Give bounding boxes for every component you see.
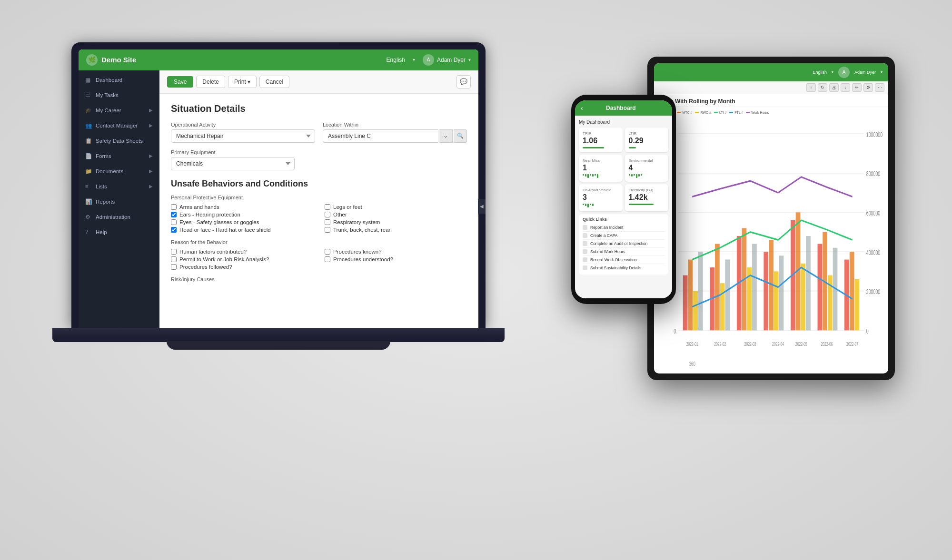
ppe-arms-label: Arms and hands xyxy=(179,204,219,210)
legend-ftl: FTL # xyxy=(729,111,743,114)
svg-rect-25 xyxy=(725,259,730,330)
sidebar-item-my-career[interactable]: 🎓 My Career ▶ xyxy=(79,103,159,118)
delete-button[interactable]: Delete xyxy=(196,76,225,88)
reason-human-checkbox[interactable] xyxy=(171,249,177,255)
sidebar-label-dashboard: Dashboard xyxy=(96,77,122,83)
header-language[interactable]: English xyxy=(387,57,405,63)
sidebar-item-contact-manager[interactable]: 👥 Contact Manager ▶ xyxy=(79,118,159,133)
svg-text:2022-02: 2022-02 xyxy=(714,341,726,347)
tablet-more-btn[interactable]: ⋯ xyxy=(875,83,884,92)
quick-link-incident[interactable]: Report an Incident xyxy=(583,224,664,232)
reason-followed-label: Procedures followed? xyxy=(179,264,232,270)
svg-rect-20 xyxy=(693,291,698,330)
section-title: Situation Details xyxy=(171,103,467,114)
sidebar-item-safety-data[interactable]: 📋 Safety Data Sheets xyxy=(79,133,159,148)
tablet-language[interactable]: English xyxy=(813,70,827,75)
reason-procedures-known: Procedures known? xyxy=(325,249,467,255)
operational-activity-select[interactable]: Mechanical Repair xyxy=(171,129,315,143)
tablet-upload-btn[interactable]: ↑ xyxy=(806,83,816,92)
ppe-respiratory-checkbox[interactable] xyxy=(325,219,330,225)
ppe-ears-checkbox[interactable] xyxy=(171,212,177,217)
header-user[interactable]: A Adam Dyer ▾ xyxy=(423,54,471,66)
form-content: Situation Details Operational Activity M… xyxy=(159,94,478,328)
svg-text:2022-03: 2022-03 xyxy=(744,341,756,347)
tablet-user-name[interactable]: Adam Dyer xyxy=(854,70,876,75)
ppe-head-label: Head or face - Hard hat or face shield xyxy=(179,227,271,233)
sds-icon: 📋 xyxy=(85,138,92,144)
svg-text:2022-06: 2022-06 xyxy=(821,341,833,347)
print-button[interactable]: Print ▾ xyxy=(228,76,257,88)
reason-permit-checkbox[interactable] xyxy=(171,256,177,262)
tablet-print-btn[interactable]: 🖨 xyxy=(829,83,839,92)
location-within-label: Location Within xyxy=(323,122,467,128)
on-road-value: 3 xyxy=(583,193,619,202)
electricity-card: Electricity (GJ) 1.42k xyxy=(625,184,669,211)
sidebar-item-reports[interactable]: 📊 Reports xyxy=(79,194,159,209)
location-within-input[interactable] xyxy=(323,129,438,143)
svg-rect-37 xyxy=(806,236,811,330)
ppe-legs-checkbox[interactable] xyxy=(325,204,330,210)
sidebar-item-help[interactable]: ? Help xyxy=(79,225,159,240)
ppe-eyes-checkbox[interactable] xyxy=(171,219,177,225)
ltir-bar xyxy=(629,147,636,148)
svg-text:1000000: 1000000 xyxy=(866,130,883,138)
laptop-screen: 🌿 Demo Site English ▾ A Adam Dyer ▾ xyxy=(79,49,478,328)
location-map-btn[interactable]: 🔍 xyxy=(454,129,467,143)
ppe-head-checkbox[interactable] xyxy=(171,227,177,233)
cancel-button[interactable]: Cancel xyxy=(259,76,289,88)
reason-human-label: Human factors contributed? xyxy=(179,249,247,255)
chart-title: rates With Rolling by Month xyxy=(654,94,888,107)
sidebar-item-forms[interactable]: 📄 Forms ▶ xyxy=(79,148,159,164)
on-road-title: On-Road Vehicle xyxy=(583,188,619,192)
sidebar-item-my-tasks[interactable]: ☰ My Tasks xyxy=(79,88,159,103)
language-chevron-icon: ▾ xyxy=(413,57,415,62)
comment-button[interactable]: 💬 xyxy=(456,75,471,88)
on-road-card: On-Road Vehicle 3 xyxy=(579,184,623,211)
ppe-arms-checkbox[interactable] xyxy=(171,204,177,210)
ppe-other-label: Other xyxy=(333,212,347,217)
quick-link-observation[interactable]: Record Work Observation xyxy=(583,256,664,264)
tablet-settings-btn[interactable]: ⚙ xyxy=(863,83,873,92)
location-search-btn[interactable]: ⌵ xyxy=(439,129,453,143)
primary-equipment-select[interactable]: Chemicals xyxy=(171,157,295,170)
reason-followed-checkbox[interactable] xyxy=(171,264,177,270)
reason-known-checkbox[interactable] xyxy=(325,249,330,255)
tablet-edit-btn[interactable]: ✏ xyxy=(852,83,862,92)
tablet-download-btn[interactable]: ↓ xyxy=(841,83,850,92)
svg-text:2022-05: 2022-05 xyxy=(795,341,807,347)
career-arrow-icon: ▶ xyxy=(149,108,153,113)
mobile-back-button[interactable]: ‹ xyxy=(581,104,583,112)
app-header: 🌿 Demo Site English ▾ A Adam Dyer ▾ xyxy=(79,49,478,70)
laptop-base xyxy=(52,328,505,342)
app-logo: 🌿 Demo Site xyxy=(86,54,136,66)
electricity-value: 1.42k xyxy=(629,193,665,202)
ppe-legs-feet: Legs or feet xyxy=(325,204,467,210)
quick-link-audit[interactable]: Complete an Audit or Inspection xyxy=(583,240,664,248)
reason-understood-checkbox[interactable] xyxy=(325,256,330,262)
header-right: English ▾ A Adam Dyer ▾ xyxy=(387,54,471,66)
ppe-head-face: Head or face - Hard hat or face shield xyxy=(171,227,313,233)
sidebar-label-lists: Lists xyxy=(96,184,107,189)
ppe-other-checkbox[interactable] xyxy=(325,212,330,217)
ppe-ears-label: Ears - Hearing protection xyxy=(179,212,240,217)
sidebar-item-dashboard[interactable]: ▦ Dashboard xyxy=(79,72,159,88)
capa-icon xyxy=(583,233,587,238)
svg-rect-44 xyxy=(855,279,860,330)
tablet-refresh-btn[interactable]: ↻ xyxy=(818,83,827,92)
ppe-arms-hands: Arms and hands xyxy=(171,204,313,210)
ppe-trunk: Trunk, back, chest, rear xyxy=(325,227,467,233)
save-button[interactable]: Save xyxy=(167,76,193,88)
sidebar-label-docs: Documents xyxy=(96,168,123,174)
quick-link-sustainability[interactable]: Submit Sustainability Details xyxy=(583,264,664,272)
ltir-value: 0.29 xyxy=(629,137,665,145)
legend-rwc: RWC # xyxy=(695,111,711,114)
sidebar-item-lists[interactable]: ≡ Lists ▶ xyxy=(79,179,159,194)
reason-procedures-understood: Procedures understood? xyxy=(325,256,467,262)
reason-known-label: Procedures known? xyxy=(333,249,382,255)
sidebar-item-administration[interactable]: ⚙ Administration xyxy=(79,209,159,225)
legend-lti: LTI # xyxy=(714,111,726,114)
ppe-trunk-checkbox[interactable] xyxy=(325,227,330,233)
quick-link-work-hours[interactable]: Submit Work Hours xyxy=(583,248,664,256)
sidebar-item-documents[interactable]: 📁 Documents ▶ xyxy=(79,164,159,179)
quick-link-capa[interactable]: Create a CAPA xyxy=(583,232,664,240)
